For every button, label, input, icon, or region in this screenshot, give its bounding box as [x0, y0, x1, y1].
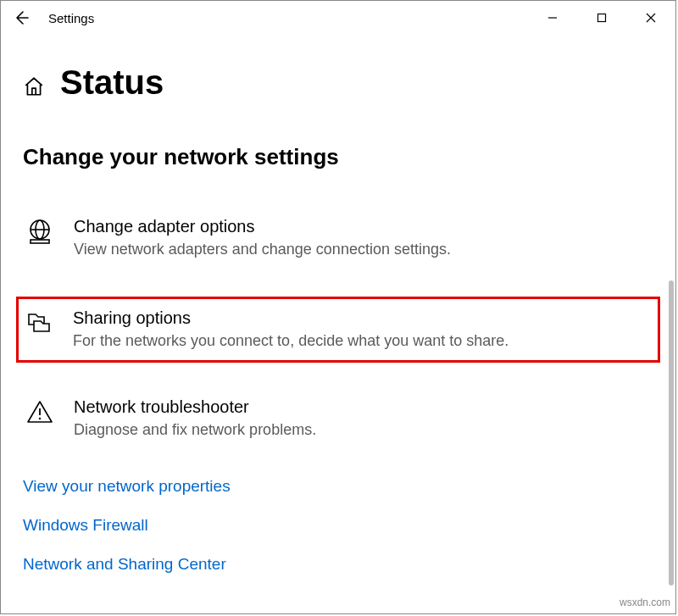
option-desc: View network adapters and change connect…: [74, 240, 451, 259]
back-arrow-icon: [13, 9, 30, 26]
scrollbar[interactable]: [669, 280, 674, 585]
home-icon[interactable]: [23, 75, 45, 97]
watermark: wsxdn.com: [620, 597, 670, 608]
sharing-icon: [25, 308, 73, 336]
maximize-button[interactable]: [577, 1, 626, 35]
sharing-options[interactable]: Sharing options For the networks you con…: [16, 297, 660, 362]
settings-window: Settings Status Change your network sett…: [0, 0, 676, 614]
globe-icon: [26, 216, 74, 245]
content-area: Change your network settings Change adap…: [1, 110, 675, 574]
maximize-icon: [597, 13, 607, 23]
page-title: Status: [60, 64, 164, 102]
option-title: Sharing options: [73, 308, 508, 328]
titlebar: Settings: [1, 1, 675, 35]
window-title: Settings: [42, 11, 528, 25]
option-desc: Diagnose and fix network problems.: [74, 420, 316, 440]
minimize-icon: [547, 13, 558, 23]
window-controls: [528, 1, 675, 35]
minimize-button[interactable]: [528, 1, 577, 35]
option-title: Network troubleshooter: [74, 397, 316, 417]
link-network-properties[interactable]: View your network properties: [23, 477, 653, 496]
option-desc: For the networks you connect to, decide …: [73, 331, 508, 351]
close-button[interactable]: [626, 1, 675, 35]
link-windows-firewall[interactable]: Windows Firewall: [23, 516, 653, 535]
page-header: Status: [1, 35, 675, 110]
change-adapter-options[interactable]: Change adapter options View network adap…: [23, 211, 653, 264]
svg-rect-1: [598, 14, 606, 22]
section-title: Change your network settings: [23, 144, 653, 170]
close-icon: [646, 13, 656, 23]
link-network-sharing-center[interactable]: Network and Sharing Center: [23, 555, 653, 574]
svg-rect-5: [31, 240, 49, 243]
option-title: Change adapter options: [74, 216, 451, 236]
svg-point-7: [39, 418, 41, 419]
network-troubleshooter[interactable]: Network troubleshooter Diagnose and fix …: [23, 391, 653, 445]
warning-icon: [26, 397, 74, 425]
back-button[interactable]: [1, 9, 42, 26]
